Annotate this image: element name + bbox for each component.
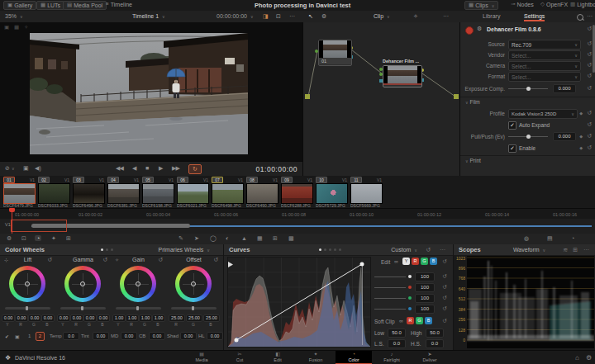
gamma-master-wheel[interactable]	[60, 307, 106, 310]
softclip-g-chip[interactable]: G	[416, 317, 423, 324]
lift-g-value[interactable]: 0.00	[28, 314, 41, 322]
g-slider-value[interactable]: 100	[415, 294, 435, 303]
camera-dropdown[interactable]: Select...∨	[508, 61, 581, 71]
gamma-g-value[interactable]: 0.00	[83, 314, 97, 322]
openfx-toggle-button[interactable]: ◇ OpenFX	[537, 1, 571, 8]
clip-thumbnail[interactable]	[246, 183, 278, 204]
cursor-tool-icon[interactable]: ↖	[308, 13, 313, 20]
page-fusion[interactable]: ✦ Fusion	[298, 351, 334, 364]
stereo-icon[interactable]: ▩	[288, 235, 294, 242]
expand-viewer-icon[interactable]: ⊡	[276, 13, 281, 20]
channel-g-chip[interactable]: G	[421, 258, 428, 265]
clip-item[interactable]: 08V1 DSCF6490.JPG	[246, 176, 279, 208]
reset-icon[interactable]: ↺	[587, 26, 592, 32]
clip-thumbnail[interactable]	[73, 183, 105, 204]
exposure-slider[interactable]	[508, 88, 548, 89]
shad-value[interactable]: 0.00	[180, 332, 197, 340]
reset-icon[interactable]: ↺	[587, 133, 592, 139]
clip-item[interactable]: 09V1 DSCF6288.JPG	[281, 176, 314, 208]
curves-mode-select[interactable]: Custom ∨	[391, 247, 417, 253]
clip-item[interactable]: 05V1 DSCF6198.JPG	[142, 176, 175, 208]
stop-button[interactable]: ■	[145, 165, 149, 171]
blur-icon[interactable]: ▲	[241, 235, 247, 241]
g-slider[interactable]	[374, 298, 406, 299]
high-value[interactable]: 50.0	[426, 329, 444, 338]
node-dehancer[interactable]	[383, 65, 422, 87]
channel-y-chip[interactable]: Y	[402, 258, 410, 265]
pullpush-slider-handle[interactable]	[526, 135, 531, 139]
gamma-wheel[interactable]	[64, 266, 101, 302]
lift-y-value[interactable]: 0.00	[2, 314, 15, 322]
reset-icon[interactable]: ↺	[587, 62, 592, 69]
loop-button[interactable]: ↻	[188, 164, 202, 174]
reset-icon[interactable]: ↺	[587, 110, 592, 116]
plugin-enable-toggle[interactable]	[465, 26, 474, 35]
scope-layout-icon[interactable]: ≋	[563, 247, 568, 253]
playhead-line[interactable]	[12, 208, 12, 234]
source-dropdown[interactable]: Rec.709∨	[508, 40, 581, 50]
viewer-zoom-select[interactable]: 35% ∨	[5, 13, 23, 19]
profile-dropdown[interactable]: Kodak Vision3 250D∨	[508, 109, 578, 119]
curves-options-icon[interactable]: ⋯	[440, 247, 445, 253]
lift-b-value[interactable]: 0.00	[41, 314, 55, 322]
clip-item[interactable]: 02V1 DSCF6033.JPG	[38, 176, 71, 208]
clip-thumbnail[interactable]	[38, 183, 70, 204]
b-slider-value[interactable]: 100	[415, 305, 435, 314]
exposure-value[interactable]: 0.000	[553, 84, 576, 93]
reset-icon[interactable]: ↺	[102, 257, 107, 263]
clip-thumbnail[interactable]	[350, 183, 383, 204]
power-window-icon[interactable]: ◯	[210, 235, 217, 242]
node-highlight-icon[interactable]: ✧	[413, 13, 418, 20]
reset-icon[interactable]: ↺	[587, 144, 592, 151]
wheels-page-2[interactable]: 2	[36, 332, 45, 341]
offset-master-wheel[interactable]	[171, 307, 217, 310]
vendor-dropdown[interactable]: Select...∨	[508, 50, 581, 60]
page-media[interactable]: ▤ Media	[183, 351, 220, 364]
target-icon[interactable]: ✧	[115, 257, 119, 262]
node-settings-icon[interactable]: ⚙	[321, 13, 326, 20]
data-burn-icon[interactable]: ◍	[524, 235, 529, 242]
tab-settings[interactable]: Settings	[524, 13, 545, 21]
print-section-header[interactable]: ∨ Print	[460, 158, 595, 168]
window-2-icon[interactable]: ◐	[226, 235, 229, 241]
auto-expand-checkbox[interactable]: ✓	[508, 121, 516, 130]
lift-r-value[interactable]: 0.00	[15, 314, 28, 322]
temp-value[interactable]: 0.0	[63, 332, 79, 340]
node-input-square[interactable]	[305, 94, 310, 99]
channel-r-chip[interactable]: R	[412, 258, 419, 265]
image-icon[interactable]: ▣	[15, 333, 20, 339]
page-fairlight[interactable]: ♪ Fairlight	[374, 351, 410, 364]
lightbox-toggle-button[interactable]: ▥ Lightbox	[567, 1, 595, 8]
gamma-r-value[interactable]: 0.00	[70, 314, 83, 322]
wheels-page-1[interactable]: 1	[28, 333, 31, 338]
r-slider-value[interactable]: 100	[415, 283, 435, 292]
viewer-options-icon[interactable]: ⋯	[289, 13, 295, 20]
wipe-icon[interactable]: ◨	[263, 13, 269, 20]
exposure-slider-handle[interactable]	[526, 87, 531, 91]
y-slider-value[interactable]: 100	[415, 272, 435, 281]
scopes-icon[interactable]: ▤	[547, 235, 553, 242]
curve-edge-marker[interactable]	[228, 262, 233, 267]
reset-icon[interactable]: ↺	[443, 273, 447, 280]
gain-y-value[interactable]: 1.00	[112, 314, 126, 322]
timeline-ruler[interactable]: 01:00:00:00 01:00:00:02 01:00:00:04 01:0…	[0, 208, 595, 220]
node-options-icon[interactable]: ⋯	[443, 13, 449, 20]
reset-icon[interactable]: ↺	[426, 247, 431, 253]
clip-thumbnail[interactable]	[107, 183, 140, 204]
page-deliver[interactable]: ➤ Deliver	[412, 351, 448, 364]
clip-thumbnail[interactable]	[212, 183, 244, 204]
offset-g-value[interactable]: 25.00	[186, 314, 202, 322]
node-01[interactable]: 01	[318, 40, 352, 66]
reset-icon[interactable]: ↺	[587, 85, 592, 92]
home-icon[interactable]: ⌂	[575, 354, 579, 362]
clip-item[interactable]: 07V1 DSCF6498.JPG	[212, 176, 245, 208]
gain-master-wheel[interactable]	[116, 307, 161, 310]
curve-handle-low[interactable]	[235, 338, 239, 343]
scope-grid-icon[interactable]: ⊞	[573, 247, 578, 253]
softclip-r-chip[interactable]: R	[407, 317, 414, 324]
viewer-tool-grab-still-icon[interactable]: ▣	[4, 24, 9, 31]
offset-r-value[interactable]: 25.00	[169, 314, 185, 322]
motion-effects-icon[interactable]: ⊞	[66, 235, 71, 242]
ls-value[interactable]: 0.0	[388, 339, 406, 348]
reset-icon[interactable]: ↺	[443, 258, 447, 265]
